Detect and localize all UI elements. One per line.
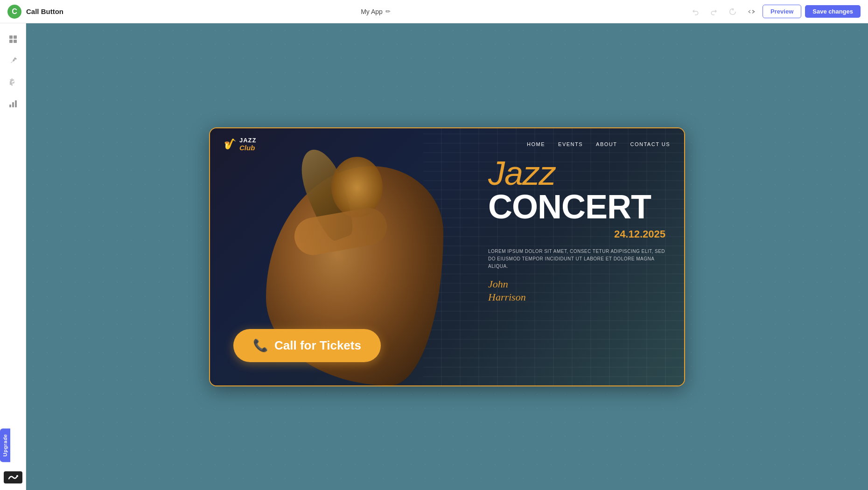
topbar-center: My App ✏ [361, 8, 391, 15]
topbar-right: Preview Save changes [688, 4, 861, 19]
app-logo: C [7, 5, 21, 19]
concert-description: LOREM IPSUM DOLOR SIT AMET, CONSEC TETUR… [488, 248, 665, 270]
nav-logo-sub: Club [239, 144, 257, 152]
project-name: My App [361, 8, 383, 15]
main-layout: Upgrade [0, 23, 868, 490]
nav-logo-icon: 🎷 [224, 138, 237, 150]
svg-rect-6 [15, 100, 17, 107]
topbar: C Call Button My App ✏ Preview Save chan… [0, 0, 868, 23]
concert-content: Jazz CONCERT 24.12.2025 LOREM IPSUM DOLO… [488, 156, 665, 304]
sidebar-item-pin[interactable] [4, 51, 22, 70]
save-button[interactable]: Save changes [805, 5, 861, 18]
preview-card: 🎷 JAZZ Club HOME EVENTS ABOUT CONTACT US… [209, 127, 685, 386]
nav-link-home[interactable]: HOME [527, 141, 545, 147]
call-button-label: Call for Tickets [274, 338, 361, 353]
sidebar-item-settings[interactable] [4, 73, 22, 91]
preview-button[interactable]: Preview [763, 5, 801, 18]
concert-date: 24.12.2025 [488, 228, 665, 240]
upgrade-tab[interactable]: Upgrade [0, 428, 10, 462]
topbar-left: C Call Button [7, 5, 63, 19]
svg-rect-2 [9, 40, 13, 43]
svg-rect-5 [12, 102, 14, 107]
sidebar-logo-bottom [4, 471, 22, 483]
restore-button[interactable] [725, 4, 740, 19]
canvas-area: 🎷 JAZZ Club HOME EVENTS ABOUT CONTACT US… [26, 23, 868, 490]
app-name: Call Button [26, 7, 63, 15]
undo-button[interactable] [688, 4, 703, 19]
nav-logo: 🎷 JAZZ Club [224, 137, 257, 152]
nav-logo-texts: JAZZ Club [239, 137, 257, 152]
phone-icon: 📞 [253, 338, 268, 353]
concert-signature: John Harrison [488, 278, 665, 304]
redo-button[interactable] [707, 4, 721, 19]
nav-link-events[interactable]: EVENTS [558, 141, 583, 147]
call-for-tickets-button[interactable]: 📞 Call for Tickets [233, 329, 381, 362]
svg-point-7 [16, 475, 18, 477]
nav-links: HOME EVENTS ABOUT CONTACT US [527, 141, 670, 147]
svg-rect-0 [9, 35, 13, 39]
concert-title-concert: CONCERT [488, 190, 665, 224]
svg-rect-4 [9, 105, 11, 107]
nav-logo-text: JAZZ [239, 137, 257, 144]
edit-project-icon[interactable]: ✏ [385, 8, 391, 15]
sidebar-item-chart[interactable] [4, 94, 22, 113]
sidebar: Upgrade [0, 23, 26, 490]
code-button[interactable] [744, 4, 759, 19]
nav-link-contact[interactable]: CONTACT US [630, 141, 671, 147]
preview-nav: 🎷 JAZZ Club HOME EVENTS ABOUT CONTACT US [210, 128, 684, 161]
nav-link-about[interactable]: ABOUT [596, 141, 617, 147]
svg-rect-1 [14, 35, 17, 39]
sidebar-item-grid[interactable] [4, 30, 22, 49]
concert-title-jazz: Jazz [488, 156, 665, 190]
svg-rect-3 [14, 40, 17, 43]
